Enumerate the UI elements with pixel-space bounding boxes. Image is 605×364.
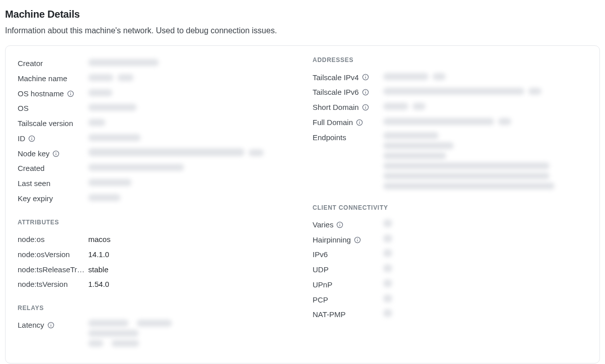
value-last-seen-redacted (88, 178, 292, 189)
row-id: ID (18, 131, 292, 146)
svg-point-2 (70, 92, 71, 92)
info-icon[interactable] (362, 74, 369, 81)
svg-point-14 (365, 76, 366, 76)
value-attr-ts-version: 1.54.0 (88, 279, 292, 290)
label-tailscale-version: Tailscale version (18, 118, 88, 129)
value-attr-node-os-version: 14.1.0 (88, 249, 292, 260)
machine-details-page: Machine Details Information about this m… (0, 0, 605, 364)
right-column: ADDRESSES Tailscale IPv4 Tailscale IPv (313, 56, 587, 349)
client-connectivity-heading: CLIENT CONNECTIVITY (313, 204, 587, 212)
svg-point-11 (50, 324, 51, 324)
row-attr-ts-version: node:tsVersion 1.54.0 (18, 277, 292, 292)
label-attr-node-os: node:os (18, 234, 88, 245)
label-creator: Creator (18, 58, 88, 69)
info-icon[interactable] (52, 150, 59, 157)
value-pcp-redacted (383, 294, 587, 306)
label-id: ID (18, 133, 88, 144)
info-icon[interactable] (354, 236, 361, 244)
value-node-key-redacted (88, 148, 292, 159)
label-nat-pmp: NAT-PMP (313, 309, 383, 320)
label-created: Created (18, 163, 88, 174)
svg-point-29 (357, 238, 357, 238)
info-icon[interactable] (362, 104, 369, 111)
value-id-redacted (88, 133, 292, 144)
label-endpoints: Endpoints (313, 132, 383, 143)
label-tailscale-ipv6: Tailscale IPv6 (313, 87, 383, 98)
svg-point-5 (31, 137, 32, 137)
row-udp: UDP (313, 262, 587, 277)
label-last-seen: Last seen (18, 178, 88, 189)
row-last-seen: Last seen (18, 176, 292, 191)
label-upnp: UPnP (313, 279, 383, 290)
row-hairpinning: Hairpinning (313, 232, 587, 248)
row-os: OS (18, 101, 292, 116)
row-upnp: UPnP (313, 277, 587, 292)
svg-point-20 (365, 106, 366, 106)
label-ipv6: IPv6 (313, 249, 383, 260)
value-udp-redacted (383, 264, 587, 275)
info-icon[interactable] (362, 89, 369, 96)
svg-point-17 (365, 91, 366, 91)
label-node-key: Node key (18, 148, 88, 159)
addresses-heading: ADDRESSES (313, 56, 587, 65)
label-attr-ts-release-track: node:tsReleaseTr… (18, 264, 88, 275)
label-pcp: PCP (313, 294, 383, 306)
row-endpoints: Endpoints (313, 130, 587, 192)
label-hairpinning: Hairpinning (313, 234, 383, 246)
row-node-key: Node key (18, 146, 292, 161)
value-creator-redacted (88, 58, 292, 69)
label-os-hostname: OS hostname (18, 88, 88, 99)
value-hairpinning-redacted (383, 234, 587, 246)
row-machine-name: Machine name (18, 71, 292, 86)
value-endpoints-redacted (383, 132, 587, 190)
value-upnp-redacted (383, 279, 587, 290)
value-tailscale-version-redacted (88, 118, 292, 129)
row-latency: Latency (18, 318, 292, 349)
info-icon[interactable] (356, 119, 363, 126)
info-icon[interactable] (47, 322, 54, 329)
value-os-hostname-redacted (88, 88, 292, 99)
page-subtitle: Information about this machine's network… (5, 25, 600, 36)
row-pcp: PCP (313, 292, 587, 308)
row-short-domain: Short Domain (313, 100, 587, 115)
value-tailscale-ipv4-redacted (383, 72, 587, 83)
row-key-expiry: Key expiry (18, 191, 292, 206)
row-created: Created (18, 161, 292, 176)
row-tailscale-ipv6: Tailscale IPv6 (313, 85, 587, 100)
row-tailscale-version: Tailscale version (18, 116, 292, 131)
label-attr-ts-version: node:tsVersion (18, 279, 88, 290)
label-os: OS (18, 103, 88, 114)
svg-point-26 (340, 223, 340, 224)
row-attr-node-os-version: node:osVersion 14.1.0 (18, 247, 292, 262)
details-card: Creator Machine name OS hostname (5, 45, 600, 363)
label-full-domain: Full Domain (313, 117, 383, 128)
value-full-domain-redacted (383, 117, 587, 128)
value-latency-redacted (88, 320, 292, 347)
value-created-redacted (88, 163, 292, 174)
value-key-expiry-redacted (88, 193, 292, 204)
svg-point-8 (56, 152, 56, 152)
info-icon[interactable] (336, 221, 343, 228)
row-ipv6: IPv6 (313, 247, 587, 262)
value-short-domain-redacted (383, 102, 587, 113)
value-machine-name-redacted (88, 73, 292, 84)
page-title: Machine Details (5, 7, 600, 22)
label-udp: UDP (313, 264, 383, 275)
row-attr-ts-release-track: node:tsReleaseTr… stable (18, 262, 292, 277)
info-icon[interactable] (67, 90, 74, 97)
svg-point-23 (359, 120, 359, 121)
value-tailscale-ipv6-redacted (383, 87, 587, 98)
value-attr-node-os: macos (88, 234, 292, 245)
row-varies: Varies (313, 217, 587, 232)
label-attr-node-os-version: node:osVersion (18, 249, 88, 260)
label-key-expiry: Key expiry (18, 193, 88, 204)
value-ipv6-redacted (383, 249, 587, 260)
value-os-redacted (88, 103, 292, 114)
label-latency: Latency (18, 320, 88, 331)
row-os-hostname: OS hostname (18, 86, 292, 101)
relays-heading: RELAYS (18, 304, 292, 313)
row-tailscale-ipv4: Tailscale IPv4 (313, 70, 587, 85)
row-attr-node-os: node:os macos (18, 232, 292, 247)
info-icon[interactable] (28, 135, 35, 142)
left-column: Creator Machine name OS hostname (18, 56, 292, 349)
